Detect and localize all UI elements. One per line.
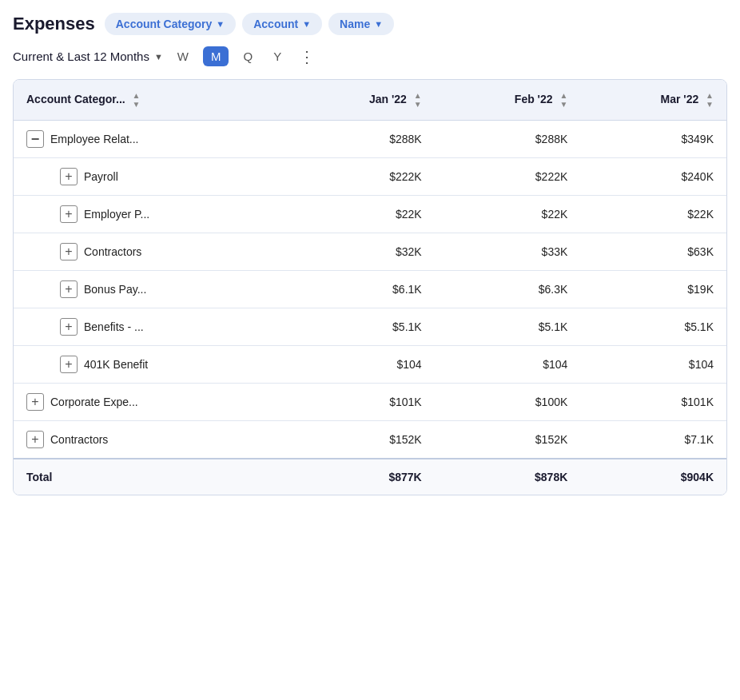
category-cell: +Payroll — [14, 158, 289, 196]
chevron-down-icon: ▼ — [302, 19, 311, 29]
period-m-button[interactable]: M — [203, 46, 229, 66]
category-cell: +Bonus Pay... — [14, 271, 289, 308]
category-cell: −Employee Relat... — [14, 121, 289, 158]
period-w-button[interactable]: W — [171, 46, 195, 66]
row-label: Employer P... — [84, 208, 149, 221]
account-filter[interactable]: Account ▼ — [242, 13, 322, 35]
expand-icon[interactable]: + — [60, 168, 78, 185]
row-label: 401K Benefit — [84, 358, 148, 371]
toolbar-row: Current & Last 12 Months ▼ W M Q Y ⋮ — [13, 46, 727, 66]
expand-icon[interactable]: + — [60, 205, 78, 223]
chevron-down-icon: ▼ — [216, 19, 225, 29]
col-header-mar[interactable]: Mar '22 ▲▼ — [580, 80, 726, 121]
feb-cell: $222K — [435, 158, 581, 196]
jan-cell: $5.1K — [289, 308, 434, 346]
mar-cell: $19K — [580, 271, 726, 308]
feb-cell: $33K — [435, 233, 581, 271]
feb-cell: $5.1K — [435, 308, 581, 346]
table-row: +Corporate Expe...$101K$100K$101K — [14, 384, 726, 421]
jan-cell: $101K — [289, 384, 434, 421]
mar-cell: $104 — [580, 346, 726, 384]
table-row: +Contractors$32K$33K$63K — [14, 233, 726, 271]
expand-icon[interactable]: + — [60, 318, 78, 336]
jan-cell: $222K — [289, 158, 434, 196]
totals-row: Total $877K $878K $904K — [14, 459, 726, 495]
category-cell: +Benefits - ... — [14, 308, 289, 346]
totals-mar: $904K — [580, 459, 726, 495]
sort-icon: ▲▼ — [133, 91, 141, 109]
jan-cell: $288K — [289, 121, 434, 158]
more-options-button[interactable]: ⋮ — [296, 47, 320, 66]
row-label: Payroll — [84, 170, 118, 183]
expenses-table: Account Categor... ▲▼ Jan '22 ▲▼ Feb '22… — [14, 80, 726, 495]
account-category-filter[interactable]: Account Category ▼ — [105, 13, 236, 35]
page-title: Expenses — [13, 14, 95, 34]
category-cell: +401K Benefit — [14, 346, 289, 384]
collapse-icon[interactable]: + — [26, 431, 44, 448]
header-row: Expenses Account Category ▼ Account ▼ Na… — [13, 13, 727, 35]
totals-feb: $878K — [435, 459, 581, 495]
category-cell: +Contractors — [14, 421, 289, 459]
category-cell: +Employer P... — [14, 196, 289, 233]
col-header-category[interactable]: Account Categor... ▲▼ — [14, 80, 289, 121]
totals-jan: $877K — [289, 459, 434, 495]
row-label: Corporate Expe... — [50, 396, 138, 408]
table-row: +Employer P...$22K$22K$22K — [14, 196, 726, 233]
period-y-button[interactable]: Y — [267, 46, 288, 66]
category-cell: +Contractors — [14, 233, 289, 271]
expenses-table-wrapper: Account Categor... ▲▼ Jan '22 ▲▼ Feb '22… — [13, 79, 727, 495]
chevron-down-icon: ▼ — [154, 52, 163, 62]
mar-cell: $101K — [580, 384, 726, 421]
expand-icon[interactable]: + — [60, 356, 78, 373]
jan-cell: $6.1K — [289, 271, 434, 308]
jan-cell: $32K — [289, 233, 434, 271]
expand-icon[interactable]: + — [60, 280, 78, 298]
row-label: Contractors — [50, 433, 108, 446]
period-q-button[interactable]: Q — [237, 46, 259, 66]
mar-cell: $5.1K — [580, 308, 726, 346]
table-row: +401K Benefit$104$104$104 — [14, 346, 726, 384]
row-label: Employee Relat... — [50, 133, 139, 145]
mar-cell: $63K — [580, 233, 726, 271]
jan-cell: $104 — [289, 346, 434, 384]
feb-cell: $104 — [435, 346, 581, 384]
mar-cell: $240K — [580, 158, 726, 196]
table-row: −Employee Relat...$288K$288K$349K — [14, 121, 726, 158]
totals-label: Total — [14, 459, 289, 495]
col-header-jan[interactable]: Jan '22 ▲▼ — [289, 80, 434, 121]
collapse-icon[interactable]: + — [26, 393, 44, 411]
feb-cell: $6.3K — [435, 271, 581, 308]
table-row: +Contractors$152K$152K$7.1K — [14, 421, 726, 459]
mar-cell: $349K — [580, 121, 726, 158]
feb-cell: $288K — [435, 121, 581, 158]
row-label: Contractors — [84, 245, 141, 258]
date-range-button[interactable]: Current & Last 12 Months ▼ — [13, 50, 163, 63]
sort-icon: ▲▼ — [559, 91, 567, 109]
sort-icon: ▲▼ — [706, 91, 714, 109]
table-header-row: Account Categor... ▲▼ Jan '22 ▲▼ Feb '22… — [14, 80, 726, 121]
table-row: +Payroll$222K$222K$240K — [14, 158, 726, 196]
sort-icon: ▲▼ — [414, 91, 422, 109]
collapse-icon[interactable]: − — [26, 130, 44, 148]
expand-icon[interactable]: + — [60, 243, 78, 261]
feb-cell: $22K — [435, 196, 581, 233]
row-label: Benefits - ... — [84, 320, 144, 333]
feb-cell: $152K — [435, 421, 581, 459]
chevron-down-icon: ▼ — [374, 19, 383, 29]
col-header-feb[interactable]: Feb '22 ▲▼ — [435, 80, 581, 121]
jan-cell: $22K — [289, 196, 434, 233]
category-cell: +Corporate Expe... — [14, 384, 289, 421]
table-row: +Benefits - ...$5.1K$5.1K$5.1K — [14, 308, 726, 346]
mar-cell: $7.1K — [580, 421, 726, 459]
table-row: +Bonus Pay...$6.1K$6.3K$19K — [14, 271, 726, 308]
jan-cell: $152K — [289, 421, 434, 459]
name-filter[interactable]: Name ▼ — [328, 13, 394, 35]
row-label: Bonus Pay... — [84, 283, 146, 296]
mar-cell: $22K — [580, 196, 726, 233]
feb-cell: $100K — [435, 384, 581, 421]
